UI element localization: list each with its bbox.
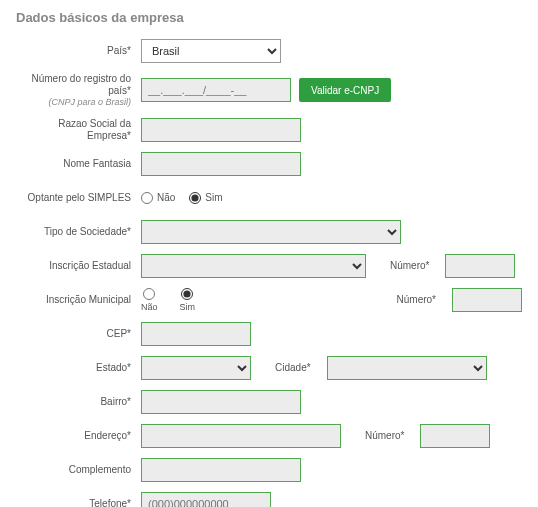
numero-im-input[interactable] [452, 288, 522, 312]
complemento-input[interactable] [141, 458, 301, 482]
cep-input[interactable] [141, 322, 251, 346]
label-cidade: Cidade* [259, 362, 319, 373]
inscricao-municipal-radios: Não Sim [141, 288, 195, 312]
telefone-input[interactable] [141, 492, 271, 507]
radio-sim[interactable] [189, 192, 201, 204]
label-pais: País* [16, 45, 141, 57]
numero-endereco-input[interactable] [420, 424, 490, 448]
endereco-input[interactable] [141, 424, 341, 448]
label-complemento: Complemento [16, 464, 141, 476]
label-optante-simples: Optante pelo SIMPLES [16, 192, 141, 204]
label-bairro: Bairro* [16, 396, 141, 408]
nome-fantasia-input[interactable] [141, 152, 301, 176]
label-numero-im: Número* [381, 294, 444, 305]
label-numero-ie: Número* [374, 260, 437, 271]
optante-nao[interactable]: Não [141, 192, 175, 204]
im-sim[interactable]: Sim [180, 288, 196, 312]
pais-select[interactable]: Brasil [141, 39, 281, 63]
radio-im-sim[interactable] [181, 288, 193, 300]
label-cep: CEP* [16, 328, 141, 340]
razao-social-input[interactable] [141, 118, 301, 142]
label-razao-social: Razao Social da Empresa* [16, 118, 141, 142]
radio-nao[interactable] [141, 192, 153, 204]
bairro-input[interactable] [141, 390, 301, 414]
validar-cnpj-button[interactable]: Validar e-CNPJ [299, 78, 391, 102]
numero-ie-input[interactable] [445, 254, 515, 278]
registro-input[interactable] [141, 78, 291, 102]
tipo-sociedade-select[interactable] [141, 220, 401, 244]
inscricao-estadual-select[interactable] [141, 254, 366, 278]
radio-im-nao[interactable] [143, 288, 155, 300]
label-inscricao-municipal: Inscrição Municipal [16, 294, 141, 306]
im-nao[interactable]: Não [141, 288, 158, 312]
section-title: Dados básicos da empresa [16, 10, 522, 25]
optante-sim[interactable]: Sim [189, 192, 222, 204]
cidade-select[interactable] [327, 356, 487, 380]
label-numero-registro: Número do registro do país* (CNPJ para o… [16, 73, 141, 108]
optante-simples-radios: Não Sim [141, 192, 223, 204]
label-tipo-sociedade: Tipo de Sociedade* [16, 226, 141, 238]
label-inscricao-estadual: Inscrição Estadual [16, 260, 141, 272]
label-numero-end: Número* [349, 430, 412, 441]
label-telefone: Telefone* [16, 498, 141, 507]
estado-select[interactable] [141, 356, 251, 380]
label-endereco: Endereço* [16, 430, 141, 442]
label-nome-fantasia: Nome Fantasia [16, 158, 141, 170]
label-estado: Estado* [16, 362, 141, 374]
